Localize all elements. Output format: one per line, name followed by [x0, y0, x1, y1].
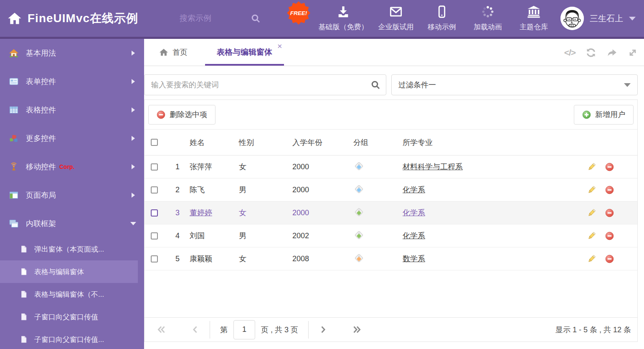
major-link[interactable]: 化学系 [403, 232, 425, 240]
sidebar-subitem-grid-edit-window-2[interactable]: 表格与编辑窗体（不... [0, 283, 144, 306]
share-forward-icon[interactable] [606, 47, 617, 58]
sidebar-item-inline-frames[interactable]: 内联框架 [0, 209, 144, 238]
sidebar-subitem-grid-edit-window[interactable]: 表格与编辑窗体 [0, 260, 138, 283]
app-title: FineUIMvc在线示例 [28, 10, 138, 26]
table-row[interactable]: 4 刘国 男 2002 化学系 [145, 224, 637, 247]
table-row-selected[interactable]: 3 董婷婷 女 2000 化学系 [145, 201, 637, 224]
tab-grid-edit-window[interactable]: 表格与编辑窗体 ✕ [205, 39, 284, 66]
pencil-icon [587, 232, 596, 240]
row-checkbox[interactable] [151, 163, 158, 171]
minus-circle-icon [157, 110, 165, 119]
column-header-group[interactable]: 分组 [348, 138, 398, 148]
minus-circle-icon [605, 232, 614, 240]
row-checkbox[interactable] [151, 255, 158, 262]
antenna-icon [9, 162, 18, 171]
delete-row-button[interactable] [605, 163, 614, 171]
tab-close-icon[interactable]: ✕ [277, 43, 282, 50]
tag-icon [355, 161, 363, 170]
row-number: 1 [164, 163, 185, 171]
home-icon [8, 11, 22, 25]
source-code-icon[interactable]: </> [564, 48, 576, 58]
row-number: 4 [164, 232, 185, 240]
username: 三生石上 [590, 13, 623, 24]
add-user-button[interactable]: 新增用户 [574, 105, 634, 125]
enroll-year: 2000 [287, 163, 348, 171]
sidebar-item-more-controls[interactable]: 更多控件 [0, 124, 144, 153]
sidebar-subitem-popup-window[interactable]: 弹出窗体（本页面或... [0, 238, 144, 260]
nav-enterprise-trial[interactable]: 企业版试用 [376, 5, 416, 32]
sidebar-item-basic-usage[interactable]: 基本用法 [0, 39, 144, 67]
table-row[interactable]: 2 陈飞 男 2000 化学系 [145, 178, 637, 201]
student-gender: 女 [234, 208, 287, 218]
tag-icon [355, 184, 363, 193]
chevron-right-icon [132, 107, 135, 112]
grid-panel: 删除选中项 新增用户 姓名 性别 入学年份 分组 所学专业 [144, 99, 638, 342]
tag-icon [355, 230, 363, 239]
search-icon[interactable] [251, 13, 261, 23]
row-checkbox[interactable] [151, 186, 158, 194]
sidebar-subitem-child-to-parent-2[interactable]: 子窗口向父窗口传值... [0, 328, 144, 349]
user-menu[interactable]: 三生石上 [560, 0, 636, 37]
content-area: 过滤条件一 删除选中项 新增用户 [144, 66, 644, 342]
edit-row-button[interactable] [587, 186, 596, 194]
nav-basic-edition[interactable]: 基础版（免费） [317, 5, 370, 32]
sidebar-subitem-child-to-parent[interactable]: 子窗口向父窗口传值 [0, 306, 144, 328]
delete-selected-button[interactable]: 删除选中项 [148, 105, 216, 125]
edit-row-button[interactable] [587, 163, 596, 171]
last-page-button[interactable] [352, 325, 361, 334]
column-header-major[interactable]: 所学专业 [398, 138, 583, 148]
keyword-search-input[interactable] [144, 74, 386, 95]
major-link[interactable]: 化学系 [403, 209, 425, 217]
nav-mobile-examples[interactable]: 移动示例 [422, 5, 462, 32]
nav-loading-animation[interactable]: 加载动画 [468, 5, 508, 32]
column-header-gender[interactable]: 性别 [234, 138, 287, 148]
edit-row-button[interactable] [587, 209, 596, 217]
student-name: 董婷婷 [185, 208, 234, 218]
edit-row-button[interactable] [587, 255, 596, 263]
file-icon [20, 313, 28, 321]
sidebar: 基本用法 表单控件 表格控件 更多控件 移动控件 Corp. 页面布局 [0, 39, 144, 349]
major-link[interactable]: 材料科学与工程系 [403, 163, 463, 171]
first-page-button[interactable] [157, 325, 166, 334]
header-search-input[interactable] [180, 14, 246, 23]
sidebar-item-form-controls[interactable]: 表单控件 [0, 67, 144, 96]
delete-row-button[interactable] [605, 186, 614, 194]
major-link[interactable]: 化学系 [403, 186, 425, 194]
nav-theme-repository[interactable]: 主题仓库 [514, 5, 554, 32]
table-row[interactable]: 1 张萍萍 女 2000 材料科学与工程系 [145, 155, 637, 178]
row-checkbox[interactable] [151, 209, 158, 217]
page-number-input[interactable] [233, 320, 255, 339]
grid-toolbar: 删除选中项 新增用户 [145, 100, 637, 130]
delete-row-button[interactable] [605, 232, 614, 240]
file-icon [20, 268, 28, 275]
table-icon [9, 105, 18, 115]
tab-home[interactable]: 首页 [151, 39, 196, 66]
sidebar-item-grid-controls[interactable]: 表格控件 [0, 96, 144, 124]
delete-row-button[interactable] [605, 209, 614, 217]
row-number: 5 [164, 255, 185, 263]
next-page-button[interactable] [319, 325, 327, 334]
table-header: 姓名 性别 入学年份 分组 所学专业 [145, 130, 637, 155]
column-header-year[interactable]: 入学年份 [287, 138, 348, 148]
expand-icon[interactable] [627, 47, 638, 58]
filter-select[interactable]: 过滤条件一 [391, 74, 638, 95]
pagination-bar: 第 页 , 共 3 页 显示 1 - 5 条 , 共 12 条 [145, 317, 637, 341]
row-checkbox[interactable] [151, 232, 158, 239]
app-window: FineUIMvc在线示例 FREE! 基础版（免费） 企业版试用 移动 [0, 0, 644, 349]
student-name: 刘国 [185, 231, 234, 241]
table-row[interactable]: 5 康颖颖 女 2008 数学系 [145, 247, 637, 270]
row-number: 2 [164, 186, 185, 194]
refresh-icon[interactable] [586, 47, 596, 58]
prev-page-button[interactable] [191, 325, 200, 334]
column-header-name[interactable]: 姓名 [185, 138, 234, 148]
major-link[interactable]: 数学系 [403, 255, 425, 263]
cubes-icon [9, 134, 18, 143]
select-all-checkbox[interactable] [151, 139, 158, 146]
corp-badge: Corp. [59, 163, 75, 170]
sidebar-item-mobile-controls[interactable]: 移动控件 Corp. [0, 153, 144, 181]
edit-row-button[interactable] [587, 232, 596, 240]
app-brand[interactable]: FineUIMvc在线示例 [8, 0, 138, 37]
delete-row-button[interactable] [605, 255, 614, 263]
sidebar-item-page-layout[interactable]: 页面布局 [0, 181, 144, 209]
search-icon[interactable] [370, 80, 380, 90]
